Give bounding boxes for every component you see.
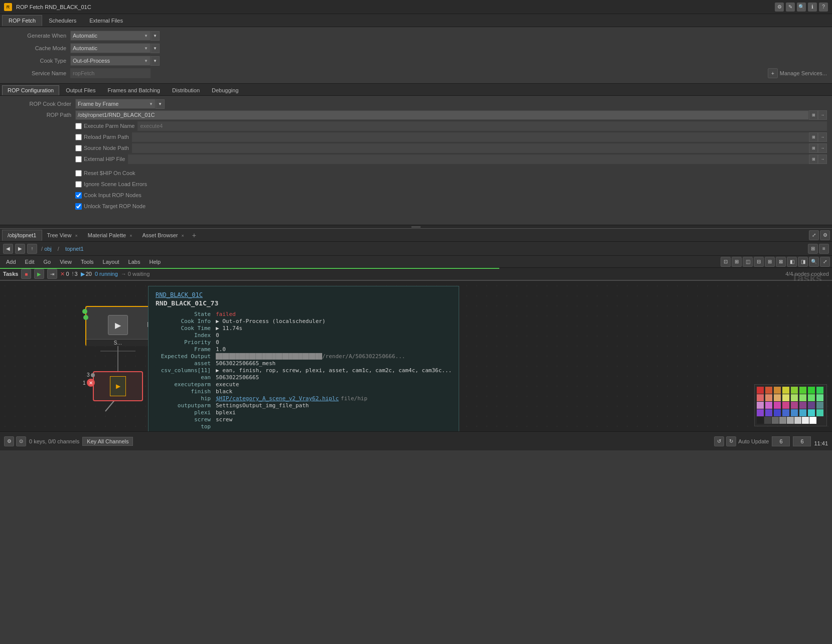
menu-view[interactable]: View (56, 258, 76, 266)
palette-color-28[interactable] (791, 409, 798, 416)
cook-order-dd-btn[interactable]: ▼ (156, 99, 165, 109)
palette-color-31[interactable] (816, 409, 823, 416)
menu-labs[interactable]: Labs (124, 258, 145, 266)
palette-color-2[interactable] (774, 387, 781, 394)
section-tab-distribution[interactable]: Distribution (167, 85, 205, 95)
palette-color-27[interactable] (782, 409, 789, 416)
ne-tab-expand-btn[interactable]: ⤢ (809, 230, 819, 240)
rop-path-pick-btn[interactable]: ⊞ (809, 110, 818, 120)
key-all-channels-btn[interactable]: Key All Channels (82, 437, 133, 446)
manage-services-icon[interactable]: + (768, 68, 778, 78)
menu-go[interactable]: Go (40, 258, 55, 266)
ne-icon-btn4[interactable]: ⊟ (754, 257, 764, 267)
tree-tab-close[interactable]: × (75, 233, 77, 238)
search-icon[interactable]: 🔍 (797, 3, 806, 12)
palette-color-1[interactable] (765, 387, 772, 394)
tab-schedulers[interactable]: Schedulers (42, 15, 83, 26)
ne-expand-btn[interactable]: ⤢ (820, 257, 830, 267)
palette-color-30[interactable] (808, 409, 815, 416)
settings-icon[interactable]: ⚙ (775, 3, 784, 12)
tasks-play-btn[interactable]: ▶ (34, 269, 44, 279)
ne-tab-material[interactable]: Material Palette × (83, 230, 137, 240)
palette-gray-33[interactable] (764, 417, 771, 424)
reload-path-arrow[interactable]: → (818, 132, 827, 142)
palette-color-3[interactable] (782, 387, 789, 394)
palette-color-21[interactable] (799, 402, 806, 409)
palette-color-20[interactable] (791, 402, 798, 409)
generate-when-select[interactable]: Automatic ▼ (70, 31, 151, 41)
frame-end-input[interactable] (793, 436, 811, 446)
menu-add[interactable]: Add (2, 258, 20, 266)
nav-up-btn[interactable]: ↑ (27, 244, 37, 254)
ne-icon-btn2[interactable]: ⊞ (732, 257, 742, 267)
palette-color-18[interactable] (774, 402, 781, 409)
palette-color-16[interactable] (757, 402, 764, 409)
ne-tab-topnet[interactable]: /obj/topnet1 (2, 230, 42, 241)
material-tab-close[interactable]: × (129, 233, 132, 238)
palette-color-0[interactable] (757, 387, 764, 394)
palette-color-15[interactable] (816, 394, 823, 401)
cache-mode-select[interactable]: Automatic ▼ (70, 43, 151, 53)
ne-icon-btn5[interactable]: ⊞ (765, 257, 775, 267)
section-tab-output[interactable]: Output Files (60, 85, 101, 95)
manage-services-label[interactable]: Manage Services... (780, 70, 827, 76)
palette-color-23[interactable] (816, 402, 823, 409)
ext-hip-arrow[interactable]: → (818, 154, 827, 164)
reload-path-pick[interactable]: ⊞ (809, 132, 818, 142)
palette-color-6[interactable] (808, 387, 815, 394)
edit-icon[interactable]: ✎ (786, 3, 795, 12)
source-node-checkbox[interactable] (75, 145, 82, 151)
frame-start-input[interactable] (772, 436, 790, 446)
menu-edit[interactable]: Edit (21, 258, 39, 266)
ignore-scene-checkbox[interactable] (75, 181, 82, 188)
generate-when-dd-btn[interactable]: ▼ (151, 31, 160, 41)
section-tab-rop-config[interactable]: ROP Configuration (2, 85, 59, 95)
timeline-refresh-btn1[interactable]: ↺ (714, 436, 724, 446)
palette-color-14[interactable] (808, 394, 815, 401)
palette-gray-34[interactable] (772, 417, 779, 424)
cook-order-select[interactable]: Frame by Frame ▼ (75, 99, 156, 109)
ne-icon-btn8[interactable]: ◨ (798, 257, 808, 267)
palette-color-17[interactable] (765, 402, 772, 409)
reset-hip-checkbox[interactable] (75, 170, 82, 177)
palette-color-13[interactable] (799, 394, 806, 401)
tasks-stop-btn[interactable]: ■ (21, 269, 31, 279)
panel-divider[interactable]: ━━━ (0, 225, 832, 229)
unlock-rop-checkbox[interactable] (75, 203, 82, 210)
rop-path-input[interactable] (75, 110, 809, 120)
nav-forward-btn[interactable]: ▶ (15, 244, 25, 254)
ne-tab-settings-btn[interactable]: ⚙ (820, 230, 830, 240)
ext-hip-pick[interactable]: ⊞ (809, 154, 818, 164)
info-icon[interactable]: ℹ (808, 3, 817, 12)
tab-rop-fetch[interactable]: ROP Fetch (2, 15, 42, 26)
cook-input-checkbox[interactable] (75, 192, 82, 199)
timeline-refresh-btn2[interactable]: ↻ (726, 436, 736, 446)
info-node-link[interactable]: RND_BLACK_01C (156, 291, 452, 298)
palette-color-11[interactable] (782, 394, 789, 401)
ext-hip-checkbox[interactable] (75, 156, 82, 163)
nav-back-btn[interactable]: ◀ (3, 244, 13, 254)
timeline-snap-btn[interactable]: ⊙ (16, 436, 26, 446)
palette-gray-38[interactable] (802, 417, 809, 424)
asset-tab-close[interactable]: × (182, 233, 184, 238)
cook-type-dd-btn[interactable]: ▼ (151, 56, 160, 66)
node-rnd-black[interactable]: ▶ S… 0. (85, 306, 151, 346)
palette-color-10[interactable] (774, 394, 781, 401)
breadcrumb-topnet[interactable]: topnet1 (65, 246, 84, 252)
execute-parm-checkbox[interactable] (75, 123, 82, 129)
palette-color-22[interactable] (808, 402, 815, 409)
ne-search-btn[interactable]: 🔍 (809, 257, 819, 267)
palette-color-19[interactable] (782, 402, 789, 409)
palette-gray-35[interactable] (779, 417, 786, 424)
breadcrumb-obj[interactable]: / obj (41, 246, 52, 252)
tasks-step-btn[interactable]: ⇥ (47, 269, 57, 279)
timeline-settings-btn[interactable]: ⚙ (4, 436, 14, 446)
palette-color-4[interactable] (791, 387, 798, 394)
ne-icon-btn3[interactable]: ◫ (743, 257, 753, 267)
palette-gray-32[interactable] (757, 417, 764, 424)
section-tab-debugging[interactable]: Debugging (206, 85, 244, 95)
menu-layout[interactable]: Layout (99, 258, 123, 266)
palette-gray-37[interactable] (794, 417, 801, 424)
help-icon[interactable]: ? (819, 3, 828, 12)
palette-color-12[interactable] (791, 394, 798, 401)
